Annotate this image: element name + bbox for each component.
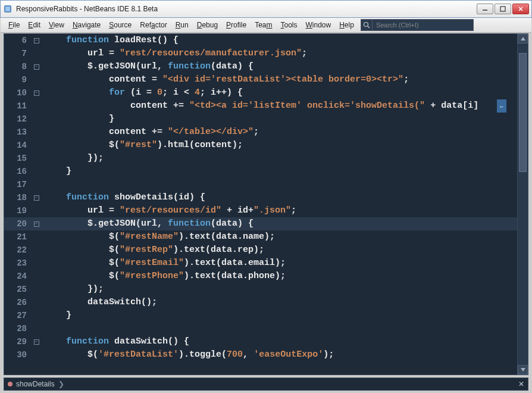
menu-source[interactable]: Source bbox=[105, 18, 136, 33]
menu-team[interactable]: Team bbox=[251, 18, 276, 33]
quick-search bbox=[361, 19, 528, 31]
code-line-6[interactable]: 6− function loadRest() { bbox=[4, 34, 517, 47]
title-bar: ResponsiveRabbits - NetBeans IDE 8.1 Bet… bbox=[0, 0, 532, 18]
code-line-16[interactable]: 16 } bbox=[4, 165, 517, 178]
code-text[interactable]: dataSwitch(); bbox=[41, 296, 517, 309]
menu-run[interactable]: Run bbox=[171, 18, 193, 33]
code-line-22[interactable]: 22 $("#restRep").text(data.rep); bbox=[4, 244, 517, 257]
code-line-15[interactable]: 15 }); bbox=[4, 152, 517, 165]
code-text[interactable]: for (i = 0; i < 4; i++) { bbox=[41, 86, 517, 99]
code-text[interactable]: $('#restDataList').toggle(700, 'easeOutE… bbox=[41, 348, 517, 361]
fold-toggle-icon[interactable]: − bbox=[34, 64, 39, 70]
scroll-thumb[interactable] bbox=[519, 53, 527, 172]
code-line-9[interactable]: 9 content = "<div id='restDataList'><tab… bbox=[4, 73, 517, 86]
close-button[interactable] bbox=[512, 4, 529, 14]
code-editor[interactable]: 6− function loadRest() {7 url = "rest/re… bbox=[4, 33, 528, 375]
code-line-25[interactable]: 25 }); bbox=[4, 283, 517, 296]
line-number: 6 bbox=[4, 34, 32, 47]
fold-gutter[interactable]: − bbox=[32, 60, 41, 73]
fold-toggle-icon[interactable]: − bbox=[34, 195, 39, 201]
code-line-8[interactable]: 8− $.getJSON(url, function(data) { bbox=[4, 60, 517, 73]
code-text[interactable]: content += "</table></div>"; bbox=[41, 126, 517, 139]
menu-tools[interactable]: Tools bbox=[276, 18, 301, 33]
menu-profile[interactable]: Profile bbox=[222, 18, 251, 33]
breadcrumb-close-button[interactable]: ✕ bbox=[518, 380, 524, 388]
code-text[interactable]: content = "<div id='restDataList'><table… bbox=[41, 73, 517, 86]
code-text[interactable]: $("#restName").text(data.name); bbox=[41, 230, 517, 244]
fold-gutter[interactable]: − bbox=[32, 217, 41, 230]
line-number: 8 bbox=[4, 60, 32, 73]
code-line-11[interactable]: 11 content += "<td><a id='listItem' oncl… bbox=[4, 99, 517, 113]
code-line-29[interactable]: 29− function dataSwitch() { bbox=[4, 335, 517, 348]
fold-toggle-icon[interactable]: − bbox=[34, 222, 39, 227]
code-line-18[interactable]: 18− function showDetails(id) { bbox=[4, 191, 517, 204]
svg-rect-1 bbox=[5, 7, 10, 11]
line-number: 10 bbox=[4, 86, 32, 99]
code-text[interactable]: } bbox=[41, 165, 517, 178]
code-text[interactable]: $("#restEmail").text(data.email); bbox=[41, 257, 517, 270]
code-text[interactable]: content += "<td><a id='listItem' onclick… bbox=[41, 99, 517, 113]
fold-gutter[interactable]: − bbox=[32, 86, 41, 99]
code-text[interactable]: $("#rest").html(content); bbox=[41, 139, 517, 152]
code-line-14[interactable]: 14 $("#rest").html(content); bbox=[4, 139, 517, 152]
line-number: 30 bbox=[4, 348, 32, 361]
menu-debug[interactable]: Debug bbox=[193, 18, 222, 33]
fold-toggle-icon[interactable]: − bbox=[34, 91, 39, 96]
code-text[interactable] bbox=[41, 178, 517, 191]
menu-window[interactable]: Window bbox=[302, 18, 336, 33]
code-text[interactable]: function showDetails(id) { bbox=[41, 191, 517, 204]
code-text[interactable] bbox=[41, 322, 517, 335]
code-text[interactable]: function dataSwitch() { bbox=[41, 335, 517, 348]
fold-gutter[interactable]: − bbox=[32, 34, 41, 47]
menu-file[interactable]: File bbox=[4, 18, 24, 33]
line-number: 27 bbox=[4, 309, 32, 322]
code-line-12[interactable]: 12 } bbox=[4, 113, 517, 126]
search-input[interactable] bbox=[373, 19, 474, 31]
code-text[interactable]: url = "rest/resources/id" + id+".json"; bbox=[41, 204, 517, 217]
code-line-28[interactable]: 28 bbox=[4, 322, 517, 335]
code-line-20[interactable]: 20− $.getJSON(url, function(data) { bbox=[4, 217, 517, 230]
fold-gutter[interactable]: − bbox=[32, 335, 41, 348]
code-text[interactable]: function loadRest() { bbox=[41, 34, 517, 47]
code-text[interactable]: }); bbox=[41, 283, 517, 296]
fold-gutter bbox=[32, 139, 41, 152]
code-line-17[interactable]: 17 bbox=[4, 178, 517, 191]
code-text[interactable]: $.getJSON(url, function(data) { bbox=[41, 217, 517, 230]
code-line-30[interactable]: 30 $('#restDataList').toggle(700, 'easeO… bbox=[4, 348, 517, 361]
code-line-13[interactable]: 13 content += "</table></div>"; bbox=[4, 126, 517, 139]
code-line-10[interactable]: 10− for (i = 0; i < 4; i++) { bbox=[4, 86, 517, 99]
svg-point-6 bbox=[364, 23, 368, 27]
code-text[interactable]: $("#restRep").text(data.rep); bbox=[41, 244, 517, 257]
fold-toggle-icon[interactable]: − bbox=[34, 339, 39, 345]
breadcrumb-function[interactable]: showDetails bbox=[16, 380, 55, 388]
code-line-7[interactable]: 7 url = "rest/resources/manufacturer.jso… bbox=[4, 47, 517, 60]
code-line-26[interactable]: 26 dataSwitch(); bbox=[4, 296, 517, 309]
menu-edit[interactable]: Edit bbox=[24, 18, 45, 33]
minimize-button[interactable] bbox=[477, 4, 493, 14]
code-line-27[interactable]: 27 } bbox=[4, 309, 517, 322]
fold-gutter[interactable]: − bbox=[32, 191, 41, 204]
scroll-down-button[interactable] bbox=[518, 365, 528, 375]
breakpoint-icon bbox=[8, 382, 12, 386]
code-line-23[interactable]: 23 $("#restEmail").text(data.email); bbox=[4, 257, 517, 270]
menu-refactor[interactable]: Refactor bbox=[136, 18, 171, 33]
menu-navigate[interactable]: Navigate bbox=[68, 18, 105, 33]
code-text[interactable]: }); bbox=[41, 152, 517, 165]
scroll-up-button[interactable] bbox=[518, 34, 528, 43]
menu-help[interactable]: Help bbox=[335, 18, 358, 33]
code-text[interactable]: $("#restPhone").text(data.phone); bbox=[41, 270, 517, 283]
code-line-19[interactable]: 19 url = "rest/resources/id" + id+".json… bbox=[4, 204, 517, 217]
vertical-scrollbar[interactable] bbox=[517, 34, 528, 375]
code-text[interactable]: } bbox=[41, 309, 517, 322]
line-overflow-indicator[interactable]: ← bbox=[497, 99, 506, 113]
fold-toggle-icon[interactable]: − bbox=[34, 38, 39, 43]
line-number: 22 bbox=[4, 244, 32, 257]
code-text[interactable]: $.getJSON(url, function(data) { bbox=[41, 60, 517, 73]
fold-gutter bbox=[32, 73, 41, 86]
code-line-24[interactable]: 24 $("#restPhone").text(data.phone); bbox=[4, 270, 517, 283]
menu-view[interactable]: View bbox=[45, 18, 68, 33]
maximize-button[interactable] bbox=[495, 4, 511, 14]
code-text[interactable]: url = "rest/resources/manufacturer.json"… bbox=[41, 47, 517, 60]
code-text[interactable]: } bbox=[41, 113, 517, 126]
code-line-21[interactable]: 21 $("#restName").text(data.name); bbox=[4, 230, 517, 244]
